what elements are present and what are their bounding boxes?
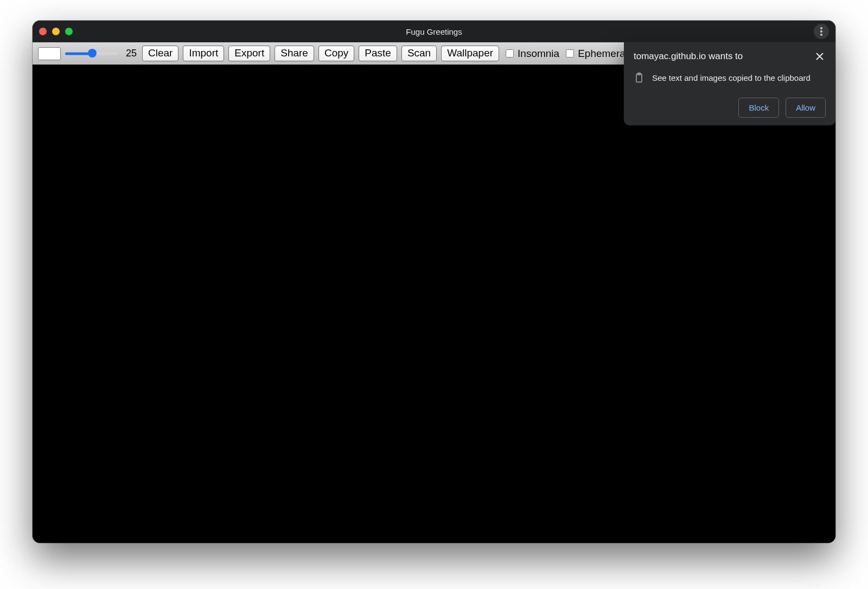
kebab-icon <box>820 27 822 36</box>
permission-block-button[interactable]: Block <box>738 98 779 118</box>
permission-title: tomayac.github.io wants to <box>634 51 743 62</box>
insomnia-label: Insomnia <box>518 48 559 60</box>
clipboard-icon <box>634 72 644 84</box>
scan-button[interactable]: Scan <box>401 46 437 62</box>
close-icon <box>816 53 824 60</box>
window-title: Fugu Greetings <box>33 27 835 36</box>
permission-wants-to: wants to <box>709 51 743 61</box>
clear-button[interactable]: Clear <box>142 46 178 62</box>
permission-allow-button[interactable]: Allow <box>786 98 826 118</box>
brush-size-slider[interactable] <box>66 52 118 55</box>
drawing-canvas[interactable] <box>33 65 835 543</box>
window-controls <box>39 28 73 35</box>
insomnia-toggle[interactable]: Insomnia <box>503 48 559 60</box>
svg-point-0 <box>820 27 822 29</box>
copy-button[interactable]: Copy <box>318 46 354 62</box>
app-window: Fugu Greetings 25 Clear Import Export Sh… <box>33 21 835 543</box>
wallpaper-button[interactable]: Wallpaper <box>441 46 499 62</box>
permission-description: See text and images copied to the clipbo… <box>652 73 810 82</box>
window-close-button[interactable] <box>39 28 47 35</box>
brush-size-value: 25 <box>126 48 137 59</box>
export-button[interactable]: Export <box>228 46 270 62</box>
color-picker[interactable] <box>38 47 61 60</box>
window-minimize-button[interactable] <box>52 28 60 35</box>
titlebar: Fugu Greetings <box>33 21 835 42</box>
ephemeral-label: Ephemeral <box>578 48 628 60</box>
window-zoom-button[interactable] <box>65 28 73 35</box>
share-button[interactable]: Share <box>275 46 314 62</box>
permission-close-button[interactable] <box>814 51 826 63</box>
paste-button[interactable]: Paste <box>359 46 397 62</box>
overflow-menu-button[interactable] <box>814 24 829 39</box>
svg-point-2 <box>820 34 822 36</box>
brush-size-slider-wrap <box>65 51 119 56</box>
import-button[interactable]: Import <box>183 46 224 62</box>
insomnia-checkbox[interactable] <box>506 49 514 57</box>
ephemeral-toggle[interactable]: Ephemeral <box>564 48 628 60</box>
svg-point-1 <box>820 30 822 33</box>
permission-origin: tomayac.github.io <box>634 51 706 61</box>
permission-prompt: tomayac.github.io wants to See text and <box>624 42 835 125</box>
ephemeral-checkbox[interactable] <box>566 49 574 57</box>
